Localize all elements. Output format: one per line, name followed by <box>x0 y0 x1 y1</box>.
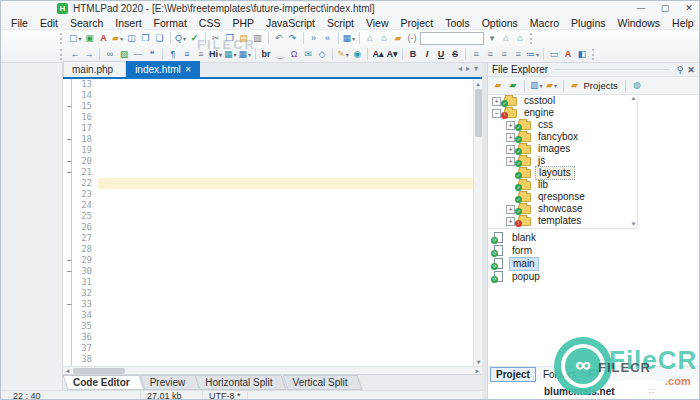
indent-icon[interactable]: » <box>307 32 321 45</box>
folder-refresh-icon[interactable]: ▰ <box>506 79 520 92</box>
tab-scroll-button[interactable]: ◂ <box>458 61 462 77</box>
view-mode-tab[interactable]: Vertical Split <box>285 375 360 390</box>
scroll-up-icon[interactable]: ▲ <box>631 95 637 101</box>
outdent-icon[interactable]: « <box>321 32 335 45</box>
fill-color-icon[interactable]: ◧ <box>575 48 589 61</box>
fold-toggle-icon[interactable]: − <box>63 266 76 277</box>
file-list-item[interactable]: blank <box>488 231 638 244</box>
toolbar-grip[interactable] <box>60 49 65 60</box>
save-as-icon[interactable]: ❏ <box>153 32 167 45</box>
menu-item[interactable]: View <box>360 16 395 30</box>
expand-toggle-icon[interactable]: + <box>506 157 515 166</box>
search-icon[interactable]: Q <box>174 32 188 45</box>
tree-scrollbar[interactable]: ▲ ▼ <box>629 95 638 227</box>
open-file-icon[interactable]: ▰ <box>111 32 125 45</box>
table-icon[interactable]: ▦ <box>223 48 238 61</box>
tree-item[interactable]: + templates <box>488 215 637 227</box>
frame-icon[interactable]: ▭ <box>547 48 561 61</box>
toolbar-search-input[interactable] <box>420 32 484 45</box>
redo-icon[interactable]: ↷ <box>286 32 300 45</box>
align-center-icon[interactable]: ≡ <box>483 48 497 61</box>
menu-item[interactable]: Insert <box>109 16 147 30</box>
panel-close-icon[interactable]: ✕ <box>685 65 697 75</box>
expand-toggle-icon[interactable]: + <box>506 217 515 226</box>
undo-icon[interactable]: ↶ <box>272 32 286 45</box>
panel-layout-icon[interactable]: ▦ <box>342 32 357 45</box>
view-mode-tab[interactable]: Horizontal Split <box>197 375 284 390</box>
tree-item[interactable]: lib <box>488 179 637 191</box>
back-icon[interactable]: ← <box>68 48 82 61</box>
spell-check-icon[interactable]: ✓ <box>188 32 202 45</box>
scroll-down-icon[interactable]: ▼ <box>629 221 638 227</box>
view-mode-tab[interactable]: Preview <box>142 375 198 390</box>
strikethrough-icon[interactable]: S <box>448 48 462 61</box>
editor-vertical-scrollbar[interactable]: ▲ ▼ <box>473 79 482 366</box>
new-from-template-icon[interactable]: ▣ <box>83 32 97 45</box>
replace-in-files-icon[interactable]: ⌂ <box>513 32 527 45</box>
toolbar-grip[interactable] <box>60 33 65 44</box>
menu-item[interactable]: Windows <box>612 16 667 30</box>
tab-scroll-button[interactable]: ▾ <box>474 61 478 77</box>
new-document-icon[interactable]: ▢ <box>68 32 83 45</box>
code-braces-icon[interactable]: (-) <box>405 32 419 45</box>
maximize-button[interactable]: ▢ <box>653 1 677 16</box>
menu-item[interactable]: Format <box>148 16 193 30</box>
save-icon[interactable]: ◫ <box>125 32 139 45</box>
list-style-icon[interactable]: ≔ <box>525 48 540 61</box>
menu-item[interactable]: Tools <box>439 16 476 30</box>
tree-item[interactable]: + csstool <box>488 95 637 107</box>
forward-icon[interactable]: → <box>82 48 96 61</box>
menu-item[interactable]: File <box>5 16 34 30</box>
view-mode-tab[interactable]: Code Editor <box>65 375 142 390</box>
tree-item[interactable]: layouts <box>488 167 637 179</box>
projects-button[interactable]: Projects <box>584 80 618 91</box>
align-right-icon[interactable]: ≡ <box>497 48 511 61</box>
tab-scroll-button[interactable]: ▸ <box>466 61 470 77</box>
fold-toggle-icon[interactable]: − <box>63 156 76 167</box>
menu-item[interactable]: Search <box>64 16 109 30</box>
pin-icon[interactable]: ⚲ <box>675 65 685 75</box>
projects-icon[interactable]: ▰ <box>568 79 582 92</box>
close-button[interactable]: ✕ <box>677 1 700 16</box>
cut-icon[interactable]: ✂ <box>209 32 223 45</box>
bold-icon[interactable]: B <box>406 48 420 61</box>
folder-sync-icon[interactable]: ▰ <box>391 32 405 45</box>
view-mode-icon[interactable]: ▥ <box>529 79 544 92</box>
menu-item[interactable]: Help <box>666 16 700 30</box>
font-increase-icon[interactable]: A▴ <box>371 48 385 61</box>
expand-toggle-icon[interactable]: + <box>506 145 515 154</box>
horizontal-rule-icon[interactable]: — <box>131 48 145 61</box>
explorer-settings-icon[interactable]: ◍ <box>630 79 644 92</box>
fold-toggle-icon[interactable]: − <box>63 134 76 145</box>
numbered-list-icon[interactable]: ≡ <box>194 48 208 61</box>
clipboard-icon[interactable]: ▥ <box>251 32 265 45</box>
home-icon[interactable]: ⌂ <box>363 32 377 45</box>
menu-item[interactable]: PHP <box>226 16 260 30</box>
save-all-icon[interactable]: ❐ <box>139 32 153 45</box>
tree-item[interactable]: + showcase <box>488 203 637 215</box>
document-tab[interactable]: main.php <box>63 61 126 77</box>
menu-item[interactable]: Edit <box>34 16 64 30</box>
new-folder-icon[interactable]: ▰ <box>491 79 505 92</box>
align-justify-icon[interactable]: ≡ <box>511 48 525 61</box>
bullet-list-icon[interactable]: ≡ <box>180 48 194 61</box>
line-break-icon[interactable]: br <box>259 48 273 61</box>
comment-icon[interactable]: ❝ <box>145 48 159 61</box>
resize-grip[interactable]: ∷ <box>649 387 655 396</box>
image-icon[interactable]: ▨ <box>117 48 131 61</box>
explorer-tab[interactable]: Project <box>490 367 536 382</box>
paste-icon[interactable]: ▤ <box>237 32 251 45</box>
expand-toggle-icon[interactable]: + <box>506 121 515 130</box>
tree-item[interactable]: + css <box>488 119 637 131</box>
scrollbar-thumb[interactable] <box>475 89 482 137</box>
menu-item[interactable]: Project <box>394 16 439 30</box>
underline-icon[interactable]: U <box>434 48 448 61</box>
new-pdf-icon[interactable]: A <box>97 32 111 45</box>
toolbar-grip[interactable] <box>592 49 597 60</box>
nbsp-icon[interactable]: ‿ <box>273 48 287 61</box>
menu-item[interactable]: Plugins <box>565 16 611 30</box>
color-picker-icon[interactable]: ◉ <box>350 48 364 61</box>
document-tab[interactable]: index.html ✕ <box>126 61 200 77</box>
copy-icon[interactable]: ❒ <box>223 32 237 45</box>
menu-item[interactable]: Macro <box>524 16 565 30</box>
